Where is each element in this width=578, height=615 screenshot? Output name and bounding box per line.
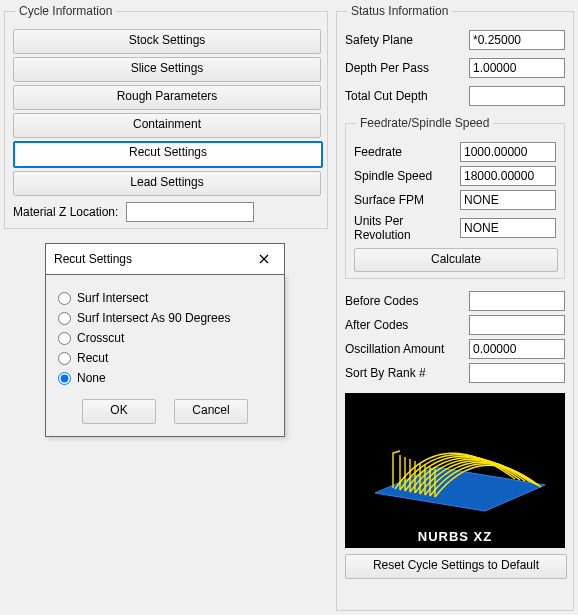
radio-surf-intersect-input[interactable] bbox=[58, 292, 71, 305]
calculate-button[interactable]: Calculate bbox=[354, 248, 558, 272]
radio-recut[interactable]: Recut bbox=[58, 351, 272, 365]
lead-settings-button[interactable]: Lead Settings bbox=[13, 171, 321, 196]
radio-recut-input[interactable] bbox=[58, 352, 71, 365]
radio-surf-intersect-90-input[interactable] bbox=[58, 312, 71, 325]
radio-surf-intersect-label: Surf Intersect bbox=[77, 291, 148, 305]
oscillation-amount-label: Oscillation Amount bbox=[345, 342, 469, 356]
stock-settings-button[interactable]: Stock Settings bbox=[13, 29, 321, 54]
units-per-rev-input[interactable] bbox=[460, 218, 556, 238]
radio-surf-intersect-90[interactable]: Surf Intersect As 90 Degrees bbox=[58, 311, 272, 325]
cycle-info-group: Cycle Information Stock Settings Slice S… bbox=[4, 4, 328, 229]
radio-crosscut-input[interactable] bbox=[58, 332, 71, 345]
sort-by-rank-label: Sort By Rank # bbox=[345, 366, 469, 380]
feedrate-spindle-legend: Feedrate/Spindle Speed bbox=[356, 116, 493, 130]
rough-parameters-button[interactable]: Rough Parameters bbox=[13, 85, 321, 110]
units-per-rev-label: Units Per Revolution bbox=[354, 214, 460, 242]
dialog-title: Recut Settings bbox=[54, 252, 252, 266]
after-codes-label: After Codes bbox=[345, 318, 469, 332]
before-codes-input[interactable] bbox=[469, 291, 565, 311]
radio-surf-intersect-90-label: Surf Intersect As 90 Degrees bbox=[77, 311, 230, 325]
radio-surf-intersect[interactable]: Surf Intersect bbox=[58, 291, 272, 305]
ok-button[interactable]: OK bbox=[82, 399, 156, 424]
preview-thumbnail: NURBS XZ bbox=[345, 393, 565, 548]
radio-none-input[interactable] bbox=[58, 372, 71, 385]
dialog-titlebar[interactable]: Recut Settings bbox=[45, 243, 285, 274]
feedrate-label: Feedrate bbox=[354, 145, 460, 159]
slice-settings-button[interactable]: Slice Settings bbox=[13, 57, 321, 82]
containment-button[interactable]: Containment bbox=[13, 113, 321, 138]
feedrate-input[interactable] bbox=[460, 142, 556, 162]
status-info-group: Status Information Safety Plane Depth Pe… bbox=[336, 4, 574, 611]
cycle-info-legend: Cycle Information bbox=[15, 4, 116, 18]
radio-none[interactable]: None bbox=[58, 371, 272, 385]
feedrate-spindle-group: Feedrate/Spindle Speed Feedrate Spindle … bbox=[345, 116, 565, 279]
surface-fpm-label: Surface FPM bbox=[354, 193, 460, 207]
after-codes-input[interactable] bbox=[469, 315, 565, 335]
recut-settings-dialog: Recut Settings Surf Intersect Surf Inter… bbox=[45, 243, 285, 437]
safety-plane-label: Safety Plane bbox=[345, 33, 469, 47]
total-cut-depth-input[interactable] bbox=[469, 86, 565, 106]
recut-settings-button[interactable]: Recut Settings bbox=[13, 141, 323, 168]
radio-crosscut-label: Crosscut bbox=[77, 331, 124, 345]
safety-plane-input[interactable] bbox=[469, 30, 565, 50]
reset-cycle-settings-button[interactable]: Reset Cycle Settings to Default bbox=[345, 554, 567, 579]
total-cut-depth-label: Total Cut Depth bbox=[345, 89, 469, 103]
radio-crosscut[interactable]: Crosscut bbox=[58, 331, 272, 345]
surface-fpm-input[interactable] bbox=[460, 190, 556, 210]
cancel-button[interactable]: Cancel bbox=[174, 399, 248, 424]
material-z-input[interactable] bbox=[126, 202, 254, 222]
nurbs-xz-preview-icon bbox=[345, 393, 565, 521]
spindle-speed-input[interactable] bbox=[460, 166, 556, 186]
radio-recut-label: Recut bbox=[77, 351, 108, 365]
depth-per-pass-label: Depth Per Pass bbox=[345, 61, 469, 75]
radio-none-label: None bbox=[77, 371, 106, 385]
depth-per-pass-input[interactable] bbox=[469, 58, 565, 78]
sort-by-rank-input[interactable] bbox=[469, 363, 565, 383]
close-icon[interactable] bbox=[252, 248, 276, 270]
oscillation-amount-input[interactable] bbox=[469, 339, 565, 359]
material-z-label: Material Z Location: bbox=[13, 205, 118, 219]
status-info-legend: Status Information bbox=[347, 4, 452, 18]
before-codes-label: Before Codes bbox=[345, 294, 469, 308]
spindle-speed-label: Spindle Speed bbox=[354, 169, 460, 183]
thumbnail-caption: NURBS XZ bbox=[345, 529, 565, 544]
